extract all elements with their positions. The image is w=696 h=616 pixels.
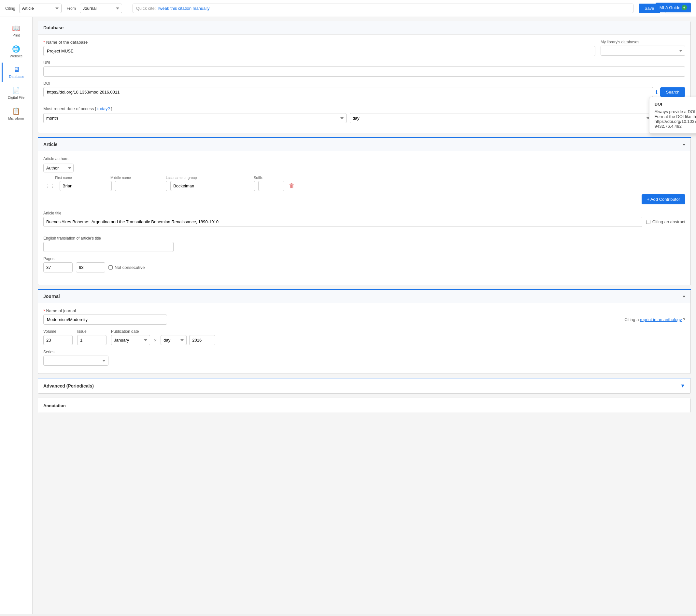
sidebar-label-microform: Microform bbox=[8, 117, 24, 120]
doi-tooltip-container: ℹ DOI Always provide a DOI when availabl… bbox=[655, 89, 658, 95]
citing-select[interactable]: Article Book Website bbox=[19, 4, 62, 13]
access-date-row: month JanuaryFebruaryMarch AprilMayJune … bbox=[43, 113, 685, 123]
series-select[interactable] bbox=[43, 356, 109, 366]
url-input[interactable] bbox=[43, 66, 685, 77]
search-button[interactable]: Search bbox=[660, 87, 685, 97]
sidebar-item-print[interactable]: 📖 Print bbox=[2, 21, 31, 41]
english-translation-group: English translation of article's title bbox=[43, 236, 685, 252]
doi-info-icon[interactable]: ℹ bbox=[655, 89, 658, 95]
author-middle-input[interactable] bbox=[115, 181, 167, 191]
advanced-chevron-icon: ▼ bbox=[680, 383, 685, 389]
issue-input[interactable] bbox=[77, 335, 107, 345]
pages-group: Pages Not consecutive bbox=[43, 257, 685, 277]
author-type-select[interactable]: Author Editor Translator bbox=[43, 164, 74, 172]
from-label: From bbox=[67, 6, 76, 11]
access-date-group: Most recent date of access [ today? ] mo… bbox=[43, 106, 685, 123]
author-fields-row: ⋮⋮ 🗑 bbox=[43, 181, 685, 191]
journal-section-body: * Name of journal Citing a reprint in an… bbox=[38, 303, 691, 373]
author-last-input[interactable] bbox=[170, 181, 255, 191]
reprint-row: Citing a reprint in an anthology ? bbox=[624, 317, 685, 322]
pub-row: Volume Issue Publication date JanuaryFeb… bbox=[43, 329, 685, 345]
journal-name-label: * Name of journal bbox=[43, 308, 167, 313]
add-contributor-button[interactable]: + Add Contributor bbox=[642, 194, 685, 204]
page-end-input[interactable] bbox=[76, 262, 105, 273]
sidebar-label-website: Website bbox=[10, 54, 23, 58]
series-group: Series bbox=[43, 350, 109, 366]
issue-group: Issue bbox=[77, 329, 107, 345]
tooltip-body: Always provide a DOI when available. For… bbox=[655, 109, 696, 129]
article-title-input[interactable] bbox=[43, 217, 642, 227]
content-area: Database * Name of the database My libra… bbox=[33, 17, 696, 614]
author-suffix-input[interactable] bbox=[258, 181, 284, 191]
sidebar-label-database: Database bbox=[9, 75, 24, 79]
from-select[interactable]: Journal Database Print bbox=[80, 4, 122, 13]
delete-author-icon[interactable]: 🗑 bbox=[288, 181, 296, 191]
article-section: Article ▾ Article authors Author Editor … bbox=[38, 138, 691, 285]
author-type-row: Author Editor Translator bbox=[43, 164, 685, 172]
url-label: URL bbox=[43, 61, 685, 65]
english-translation-label: English translation of article's title bbox=[43, 236, 685, 241]
pub-year-input[interactable] bbox=[189, 335, 215, 345]
add-contributor-row: + Add Contributor bbox=[43, 194, 685, 208]
annotation-section-title: Annotation bbox=[43, 403, 66, 408]
english-translation-input[interactable] bbox=[43, 242, 174, 252]
article-title-row: Citing an abstract bbox=[43, 217, 685, 227]
col-label-first: First name bbox=[55, 176, 107, 180]
article-section-header[interactable]: Article ▾ bbox=[38, 138, 691, 151]
pub-day-select[interactable]: day bbox=[161, 335, 187, 345]
pages-row: Not consecutive bbox=[43, 262, 685, 273]
advanced-section-header[interactable]: Advanced (Periodicals) ▼ bbox=[38, 379, 691, 394]
doi-input[interactable] bbox=[43, 87, 653, 97]
database-section-header[interactable]: Database bbox=[38, 21, 691, 34]
today-link[interactable]: today? bbox=[97, 106, 110, 111]
article-chevron-icon: ▾ bbox=[683, 142, 685, 147]
tweak-citation-link[interactable]: Tweak this citation manually bbox=[157, 6, 210, 11]
publication-date-label: Publication date bbox=[111, 329, 215, 334]
quick-cite-area: Quick cite: Tweak this citation manually bbox=[132, 4, 633, 13]
mla-guide-label: MLA Guide bbox=[660, 5, 680, 10]
pages-label: Pages bbox=[43, 257, 685, 261]
sidebar-item-database[interactable]: 🖥 Database bbox=[2, 63, 31, 82]
clear-month-button[interactable]: × bbox=[153, 337, 158, 343]
reprint-link[interactable]: reprint in an anthology bbox=[640, 317, 682, 322]
journal-name-input[interactable] bbox=[43, 314, 167, 325]
citing-section: Citing Article Book Website bbox=[5, 4, 62, 13]
sidebar-item-microform[interactable]: 📋 Microform bbox=[2, 104, 31, 124]
doi-group: DOI ℹ DOI Always provide a DOI when avai… bbox=[43, 81, 685, 102]
drag-handle[interactable]: ⋮⋮ bbox=[43, 182, 56, 190]
col-label-last: Last name or group bbox=[166, 176, 251, 180]
article-section-body: Article authors Author Editor Translator… bbox=[38, 151, 691, 285]
doi-row: ℹ DOI Always provide a DOI when availabl… bbox=[43, 87, 685, 97]
journal-section-title: Journal bbox=[43, 294, 60, 299]
doi-label: DOI bbox=[43, 81, 685, 86]
series-label: Series bbox=[43, 350, 109, 354]
pub-month-select[interactable]: JanuaryFebruaryMarch AprilMayJune JulyAu… bbox=[111, 335, 150, 345]
database-section-body: * Name of the database My library's data… bbox=[38, 34, 691, 133]
not-consecutive-label[interactable]: Not consecutive bbox=[109, 265, 145, 270]
doi-tooltip-popup: DOI Always provide a DOI when available.… bbox=[649, 97, 696, 134]
journal-section-header[interactable]: Journal ▾ bbox=[38, 290, 691, 303]
access-day-select[interactable]: day bbox=[350, 113, 653, 123]
col-label-middle: Middle name bbox=[110, 176, 162, 180]
access-month-select[interactable]: month JanuaryFebruaryMarch AprilMayJune … bbox=[43, 113, 347, 123]
not-consecutive-checkbox[interactable] bbox=[109, 265, 113, 270]
from-section: From Journal Database Print bbox=[67, 4, 122, 13]
author-first-input[interactable] bbox=[60, 181, 112, 191]
citing-label: Citing bbox=[5, 6, 15, 11]
sidebar: 📖 Print 🌐 Website 🖥 Database 📄 Digital F… bbox=[0, 17, 33, 614]
microform-icon: 📋 bbox=[12, 107, 20, 115]
my-library-select[interactable] bbox=[601, 46, 685, 56]
mla-guide-button[interactable]: MLA Guide + bbox=[655, 3, 691, 12]
citing-abstract-label[interactable]: Citing an abstract bbox=[646, 219, 685, 224]
sidebar-item-website[interactable]: 🌐 Website bbox=[2, 42, 31, 61]
annotation-section-header[interactable]: Annotation bbox=[38, 398, 691, 413]
volume-input[interactable] bbox=[43, 335, 73, 345]
required-star-journal: * bbox=[43, 308, 45, 313]
page-start-input[interactable] bbox=[43, 262, 73, 273]
database-icon: 🖥 bbox=[13, 66, 20, 73]
required-star-db: * bbox=[43, 40, 45, 45]
db-name-input[interactable] bbox=[43, 46, 595, 56]
sidebar-label-print: Print bbox=[12, 33, 20, 37]
citing-abstract-checkbox[interactable] bbox=[646, 220, 650, 224]
sidebar-item-digital-file[interactable]: 📄 Digital File bbox=[2, 83, 31, 103]
